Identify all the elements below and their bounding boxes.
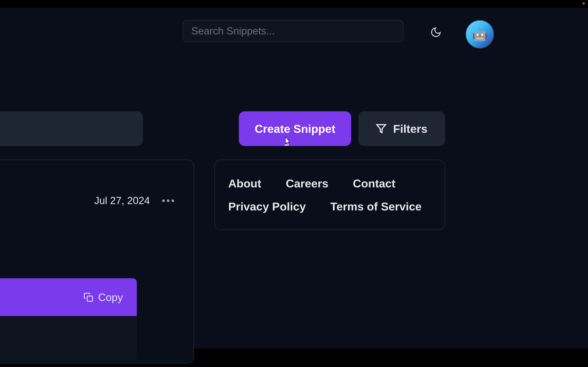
snippet-date: Jul 27, 2024 (94, 195, 150, 207)
copy-button[interactable]: Copy (84, 291, 123, 303)
app-viewport: 🤖 Create Snippet Filters About Careers C… (0, 8, 588, 349)
avatar-image: 🤖 (466, 21, 493, 48)
copy-label: Copy (98, 291, 123, 303)
theme-toggle-button[interactable] (429, 25, 443, 39)
create-snippet-button[interactable]: Create Snippet (239, 111, 351, 146)
footer-link-privacy[interactable]: Privacy Policy (228, 200, 306, 213)
left-partial-panel (0, 111, 143, 146)
snippet-card: Jul 27, 2024 Copy (0, 160, 194, 364)
filters-button[interactable]: Filters (358, 111, 445, 146)
filter-icon (376, 123, 387, 134)
moon-icon (430, 26, 442, 38)
footer-link-careers[interactable]: Careers (286, 177, 329, 190)
footer-links-card: About Careers Contact Privacy Policy Ter… (214, 160, 445, 230)
dots-icon (172, 200, 174, 202)
dots-icon (162, 200, 165, 202)
filters-label: Filters (393, 122, 427, 135)
more-options-button[interactable] (162, 200, 174, 202)
status-dot (583, 2, 585, 4)
search-input[interactable] (183, 20, 403, 42)
code-toolbar: Copy (0, 278, 137, 316)
footer-link-contact[interactable]: Contact (353, 177, 395, 190)
footer-link-terms[interactable]: Terms of Service (330, 200, 422, 213)
dots-icon (167, 200, 169, 202)
snippet-header: Jul 27, 2024 (94, 195, 174, 207)
avatar[interactable]: 🤖 (466, 20, 494, 49)
svg-marker-0 (377, 125, 386, 133)
search-container (183, 20, 403, 42)
footer-link-about[interactable]: About (228, 177, 261, 190)
svg-rect-1 (87, 296, 93, 301)
code-area: Copy (0, 278, 137, 360)
copy-icon (84, 292, 93, 302)
